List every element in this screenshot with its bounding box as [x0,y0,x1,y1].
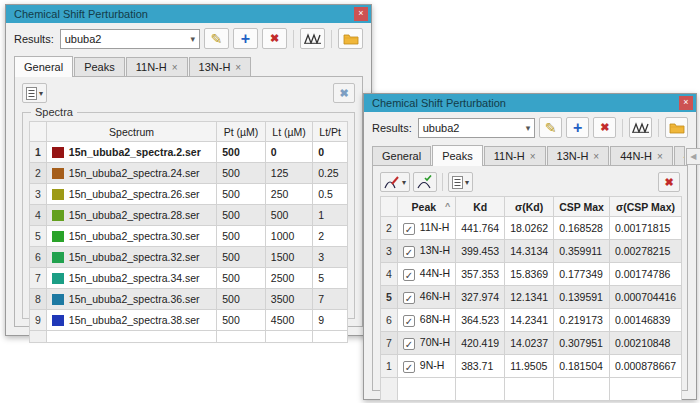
list-options-button[interactable]: ▾ [448,172,473,192]
spectrum-color-swatch[interactable] [52,252,64,263]
cell-spectrum[interactable]: 15n_ububa2_spectra.26.ser [46,184,216,205]
row-number-selected[interactable]: 5 [381,286,398,309]
peak-checkbox[interactable]: ✓ [403,223,415,235]
cell-pt[interactable]: 500 [217,226,266,247]
cell-csp-max[interactable]: 0.177349 [554,263,610,286]
cell-peak[interactable]: ✓11N-H [397,217,455,240]
tab-close-icon[interactable]: × [530,151,536,162]
cell-lt[interactable]: 2500 [265,268,312,289]
cell-sigma-kd[interactable]: 18.0262 [505,217,554,240]
title-bar[interactable]: Chemical Shift Perturbation × [6,5,371,23]
cell-csp-max[interactable]: 0.168528 [554,217,610,240]
row-number[interactable]: 6 [30,247,47,268]
tab-13nh[interactable]: 13N-H× [189,57,252,76]
table-row[interactable]: 2 15n_ububa2_spectra.24.ser 500 125 0.25 [30,163,348,184]
cell-ltpt[interactable]: 0.25 [313,163,348,184]
tab-44nh[interactable]: 44N-H× [610,146,673,165]
cell-sigma-kd[interactable]: 14.0237 [505,332,554,355]
tab-11nh[interactable]: 11N-H× [126,57,188,76]
table-row[interactable]: 4 15n_ububa2_spectra.28.ser 500 500 1 [30,205,348,226]
add-result-button[interactable]: + [233,28,258,49]
row-number[interactable]: 7 [30,268,47,289]
add-result-button[interactable]: + [566,117,589,138]
cell-lt[interactable]: 1500 [265,247,312,268]
row-number[interactable]: 2 [30,163,47,184]
row-number[interactable]: 8 [30,289,47,310]
cell-ltpt[interactable]: 5 [313,268,348,289]
sigma-kd-column-header[interactable]: σ(Kd) [505,197,554,217]
sigma-csp-max-column-header[interactable]: σ(CSP Max) [609,197,681,217]
row-number[interactable]: 9 [30,310,47,331]
cell-csp-max[interactable]: 0.219173 [554,309,610,332]
cell-kd[interactable]: 399.453 [456,240,505,263]
open-folder-button[interactable] [665,117,688,138]
cell-spectrum[interactable]: 15n_ububa2_spectra.28.ser [46,205,216,226]
tab-close-icon[interactable]: × [172,62,178,73]
cell-sigma-csp-max[interactable]: 0.00146839 [609,309,681,332]
row-number[interactable]: 7 [381,332,398,355]
cell-spectrum[interactable]: 15n_ububa2_spectra.36.ser [46,289,216,310]
tab-46nh[interactable]: 46N [674,146,685,165]
tab-scroll-left-button[interactable]: ◀ [686,148,700,165]
cell-sigma-csp-max[interactable]: 0.000878667 [609,355,681,378]
cell-lt[interactable]: 500 [265,205,312,226]
spectrum-color-swatch[interactable] [52,294,64,305]
window-close-button[interactable]: × [354,7,368,21]
row-number-header[interactable] [30,122,47,142]
chevron-down-icon[interactable]: ▾ [186,34,195,44]
cell-kd[interactable]: 420.419 [456,332,505,355]
window-close-button[interactable]: × [679,96,693,110]
cell-sigma-kd[interactable]: 11.9505 [505,355,554,378]
tab-close-icon[interactable]: × [235,62,241,73]
cell-lt[interactable]: 250 [265,184,312,205]
cell-spectrum[interactable]: 15n_ububa2_spectra.34.ser [46,268,216,289]
tab-general[interactable]: General [14,56,73,77]
cell-spectrum[interactable]: 15n_ububa2_spectra.24.ser [46,163,216,184]
cell-ltpt[interactable]: 0.5 [313,184,348,205]
cell-ltpt[interactable]: 3 [313,247,348,268]
table-row[interactable]: 4 ✓44N-H 357.353 15.8369 0.177349 0.0017… [381,263,682,286]
cell-kd[interactable]: 364.523 [456,309,505,332]
peak-checkbox[interactable]: ✓ [403,361,415,373]
cell-spectrum[interactable]: 15n_ububa2_spectra.30.ser [46,226,216,247]
peak-column-header[interactable]: Peak^ [397,197,455,217]
tab-close-icon[interactable]: × [657,151,663,162]
pick-peaks-button[interactable]: ▾ [380,172,410,192]
pt-column-header[interactable]: Pt (µM) [217,122,266,142]
cell-sigma-kd[interactable]: 15.8369 [505,263,554,286]
table-row[interactable]: 3 ✓13N-H 399.453 14.3134 0.359911 0.0027… [381,240,682,263]
lt-column-header[interactable]: Lt (µM) [265,122,312,142]
list-options-button[interactable]: ▾ [22,83,47,103]
sort-ascending-icon[interactable]: ^ [445,201,450,211]
row-number[interactable]: 4 [30,205,47,226]
cell-ltpt[interactable]: 7 [313,289,348,310]
cell-spectrum[interactable]: 15n_ububa2_spectra.2.ser [46,142,216,163]
cell-ltpt[interactable]: 1 [313,205,348,226]
cell-pt[interactable]: 500 [217,247,266,268]
row-number-header[interactable] [381,197,398,217]
table-row selected-row[interactable]: 5 ✓46N-H 327.974 12.1341 0.139591 0.0007… [381,286,682,309]
cell-sigma-kd[interactable]: 12.1341 [505,286,554,309]
cell-spectrum[interactable]: 15n_ububa2_spectra.32.ser [46,247,216,268]
cell-sigma-kd[interactable]: 14.2341 [505,309,554,332]
table-row[interactable]: 8 15n_ububa2_spectra.36.ser 500 3500 7 [30,289,348,310]
cell-peak[interactable]: ✓68N-H [397,309,455,332]
table-row[interactable]: 6 15n_ububa2_spectra.32.ser 500 1500 3 [30,247,348,268]
tab-13nh[interactable]: 13N-H× [547,146,610,165]
row-number[interactable]: 5 [30,226,47,247]
show-spectra-button[interactable] [300,28,325,49]
row-number[interactable]: 6 [381,309,398,332]
table-row[interactable]: 9 15n_ububa2_spectra.38.ser 500 4500 9 [30,310,348,331]
peak-checkbox[interactable]: ✓ [403,315,415,327]
tab-close-icon[interactable]: × [593,151,599,162]
spectrum-color-swatch[interactable] [52,147,64,158]
cell-kd[interactable]: 383.71 [456,355,505,378]
remove-spectra-button[interactable]: ✖ [333,83,355,103]
cell-sigma-csp-max[interactable]: 0.00278215 [609,240,681,263]
tab-11nh[interactable]: 11N-H× [484,146,546,165]
spectrum-column-header[interactable]: Spectrum [46,122,216,142]
spectrum-color-swatch[interactable] [52,273,64,284]
cell-lt[interactable]: 4500 [265,310,312,331]
tab-peaks[interactable]: Peaks [74,57,125,76]
cell-peak[interactable]: ✓13N-H [397,240,455,263]
